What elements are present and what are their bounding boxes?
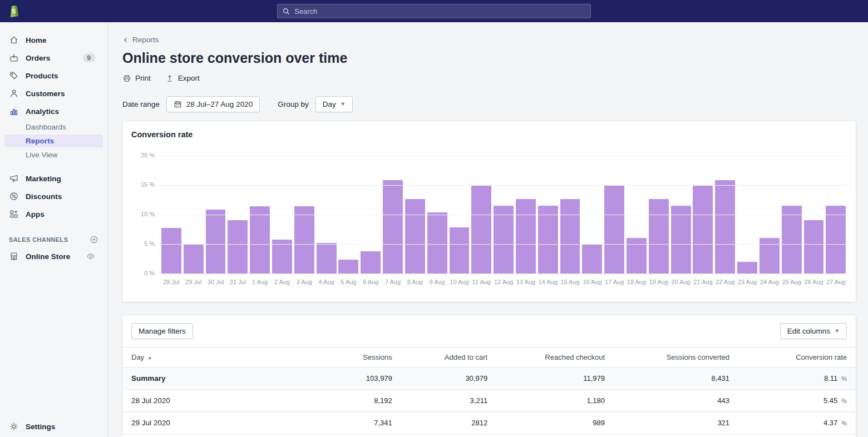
edit-columns-button[interactable]: Edit columns ▼ (780, 323, 847, 339)
sidebar-item-analytics[interactable]: Analytics (0, 103, 107, 120)
search-input[interactable] (294, 7, 586, 16)
x-axis-label: 26 Aug (803, 279, 825, 285)
column-header-sessions-converted[interactable]: Sessions converted (614, 347, 738, 367)
sidebar-item-live-view[interactable]: Live View (0, 148, 103, 161)
bar-22-aug[interactable] (715, 180, 735, 273)
add-sales-channel-button[interactable] (90, 235, 98, 244)
bar-12-aug[interactable] (494, 206, 514, 274)
export-button[interactable]: Export (165, 74, 200, 83)
cell-sessions_converted: 321 (614, 411, 738, 434)
products-tag-icon (9, 71, 19, 81)
sidebar-item-reports[interactable]: Reports (4, 135, 103, 147)
bar-9-aug[interactable] (427, 212, 447, 273)
back-chevron-icon (122, 37, 129, 43)
sidebar-item-home[interactable]: Home (0, 32, 107, 48)
sidebar-item-apps[interactable]: Apps (0, 206, 107, 222)
bar-6-aug[interactable] (361, 251, 381, 273)
apps-grid-icon (9, 209, 19, 219)
percent-unit: % (841, 420, 847, 426)
bar-21-aug[interactable] (693, 185, 713, 274)
bar-24-aug[interactable] (760, 238, 780, 274)
x-axis-label: 11 Aug (470, 279, 492, 285)
group-by-dropdown[interactable]: Day ▼ (315, 96, 353, 112)
bar-26-aug[interactable] (804, 220, 824, 273)
global-search[interactable] (277, 4, 591, 18)
chart-plot-area (160, 156, 847, 274)
column-header-conversion-rate[interactable]: Conversion rate (738, 347, 856, 367)
x-axis-label: 21 Aug (692, 279, 714, 285)
shopify-logo-icon[interactable]: S (7, 3, 21, 19)
sidebar-item-products[interactable]: Products (0, 67, 107, 84)
chevron-down-icon: ▼ (835, 328, 840, 334)
x-axis-label: 3 Aug (293, 279, 315, 285)
bar-1-aug[interactable] (250, 206, 270, 274)
conversion-report-table: Day▲SessionsAdded to cartReached checkou… (122, 347, 856, 434)
gridline (160, 244, 847, 245)
x-axis-label: 8 Aug (404, 279, 426, 285)
x-axis-label: 7 Aug (382, 279, 404, 285)
sidebar-item-online-store[interactable]: Online Store (0, 248, 107, 265)
sidebar-item-label: Home (26, 36, 98, 44)
view-store-eye-icon[interactable] (86, 252, 95, 261)
bar-25-aug[interactable] (782, 206, 802, 274)
discount-icon (9, 191, 19, 201)
bar-28-jul[interactable] (161, 228, 181, 274)
bar-14-aug[interactable] (538, 206, 558, 274)
bar-16-aug[interactable] (582, 245, 602, 274)
cell-conversion_rate: 4.37% (738, 411, 856, 434)
x-axis-label: 10 Aug (448, 279, 471, 285)
gridline (160, 156, 847, 156)
sidebar-item-customers[interactable]: Customers (0, 85, 107, 102)
date-range-button[interactable]: 28 Jul–27 Aug 2020 (166, 96, 260, 112)
sidebar-item-dashboards[interactable]: Dashboards (0, 121, 103, 133)
bar-31-jul[interactable] (228, 220, 248, 273)
analytics-icon (9, 106, 19, 116)
sidebar-item-marketing[interactable]: Marketing (0, 170, 107, 187)
calendar-icon (174, 100, 182, 108)
bar-30-jul[interactable] (206, 210, 226, 273)
x-axis-label: 29 Jul (183, 279, 205, 285)
bar-4-aug[interactable] (317, 243, 337, 273)
column-header-added-to-cart[interactable]: Added to cart (401, 347, 496, 367)
conversion-rate-chart-card: Conversion rate 20 %15 %10 %5 %0 % 28 Ju… (122, 121, 856, 302)
bar-19-aug[interactable] (649, 199, 669, 274)
y-axis-tick: 20 % (141, 151, 155, 158)
bar-17-aug[interactable] (604, 185, 624, 274)
bar-2-aug[interactable] (272, 240, 292, 273)
chart-y-axis: 20 %15 %10 %5 %0 % (131, 156, 160, 274)
sidebar-item-label: Customers (26, 90, 98, 98)
column-header-sessions[interactable]: Sessions (313, 347, 401, 367)
cell-conversion_rate: 8.11% (738, 367, 856, 389)
home-icon (9, 35, 19, 45)
print-button[interactable]: Print (122, 74, 151, 83)
column-header-reached-checkout[interactable]: Reached checkout (496, 347, 614, 367)
bar-7-aug[interactable] (383, 180, 403, 273)
column-header-day[interactable]: Day▲ (122, 347, 313, 367)
bar-27-aug[interactable] (826, 206, 846, 274)
bar-13-aug[interactable] (516, 199, 536, 274)
sidebar-item-settings[interactable]: Settings (0, 418, 107, 435)
bar-8-aug[interactable] (405, 199, 425, 274)
sidebar-item-discounts[interactable]: Discounts (0, 188, 107, 205)
storefront-icon (9, 251, 19, 261)
breadcrumb[interactable]: Reports (122, 36, 159, 44)
bar-20-aug[interactable] (671, 206, 691, 274)
x-axis-label: 22 Aug (714, 279, 736, 285)
bar-3-aug[interactable] (294, 206, 314, 274)
cell-added_to_cart: 30,979 (401, 367, 496, 389)
sidebar-item-orders[interactable]: Orders 9 (0, 49, 107, 66)
cell-sessions: 103,979 (313, 367, 401, 389)
bar-5-aug[interactable] (338, 260, 358, 273)
bar-18-aug[interactable] (627, 238, 647, 274)
bar-23-aug[interactable] (737, 262, 757, 273)
bar-10-aug[interactable] (450, 227, 470, 274)
main-content: Reports Online store conversion over tim… (108, 22, 868, 437)
bar-15-aug[interactable] (560, 199, 580, 274)
manage-filters-button[interactable]: Manage filters (131, 323, 193, 339)
bar-11-aug[interactable] (471, 185, 491, 274)
x-axis-label: 9 Aug (426, 279, 448, 285)
x-axis-label: 18 Aug (625, 279, 648, 285)
cell-day: 28 Jul 2020 (122, 389, 313, 411)
x-axis-label: 20 Aug (670, 279, 692, 285)
bar-29-jul[interactable] (184, 245, 204, 274)
